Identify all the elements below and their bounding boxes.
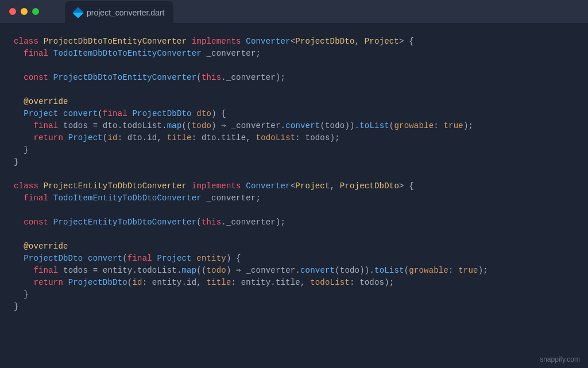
keyword-final: final [127,254,152,263]
property-access: .todoList. [118,121,167,130]
ident: dto [103,121,118,130]
arrow: ⇒ [221,121,226,130]
named-param: title [206,278,231,287]
annotation-override: @override [24,242,68,251]
keyword-this: this [202,218,221,227]
type-param: ProjectDbDto [340,181,399,191]
keyword-final: final [24,49,48,58]
keyword-final: final [24,193,48,203]
value: entity.id, [147,278,206,287]
keyword-return: return [33,278,63,287]
minimize-icon[interactable] [21,8,28,15]
keyword-class: class [14,37,38,46]
value: todos [300,133,330,142]
named-param: id [107,133,117,142]
titlebar: project_converter.dart [0,0,588,23]
code-editor[interactable]: class ProjectDbDtoToEntityConverter impl… [0,23,588,326]
field-type: TodoItemEntityToDbDtoConverter [53,193,202,203]
field-name: _converter [206,193,256,203]
dart-icon [72,7,84,18]
value: dto.id, [122,133,167,142]
keyword-implements: implements [192,37,241,46]
param-type: ProjectDbDto [132,109,191,118]
param-name: entity [196,254,226,263]
value: dto.title, [196,133,256,142]
method-call: toList [359,121,389,130]
type-param: Project [365,37,399,46]
keyword-class: class [14,181,38,191]
close-icon[interactable] [9,8,16,15]
method-name: convert [88,254,122,263]
constructor-name: ProjectDbDtoToEntityConverter [53,73,196,82]
type-param: Project [295,181,330,191]
ident: _converter. [246,266,300,275]
method-call: toList [374,266,404,275]
field-name: _converter [206,49,256,58]
named-param: growable [409,266,448,275]
ident: todo [340,266,359,275]
literal-true: true [443,121,463,130]
ident: todo [325,121,345,130]
named-param: growable [394,121,434,130]
named-param: todoList [256,133,296,142]
return-type: Project [24,109,58,118]
param-name: dto [196,109,211,118]
method-call: convert [285,121,320,130]
property-access: .todoList. [132,266,181,275]
keyword-this: this [202,73,221,82]
window-controls [9,8,39,15]
type-converter: Converter [246,181,290,191]
keyword-const: const [24,73,48,82]
method-call: map [181,266,196,275]
keyword-final: final [33,121,58,130]
literal-true: true [458,266,478,275]
watermark-label: snappify.com [540,355,580,363]
param-type: Project [157,254,191,263]
class-name: ProjectEntityToDbDtoConverter [44,181,187,191]
keyword-implements: implements [192,181,241,191]
return-type: ProjectDbDto [24,254,83,263]
constructor-call: ProjectDbDto [68,278,127,287]
arrow: ⇒ [236,266,241,275]
keyword-const: const [24,218,48,227]
named-param: id [132,278,142,287]
keyword-final: final [33,266,58,275]
maximize-icon[interactable] [32,8,39,15]
method-name: convert [63,109,98,118]
var-name: todos [63,121,88,130]
keyword-return: return [33,133,63,142]
lambda-param: todo [207,266,226,275]
file-tab[interactable]: project_converter.dart [65,1,173,24]
named-param: todoList [310,278,350,287]
ident: entity [103,266,133,275]
method-call: map [167,121,182,130]
value: entity.title, [236,278,310,287]
annotation-override: @override [24,97,68,106]
method-call: convert [300,266,335,275]
value: todos [355,278,385,287]
ident: _converter. [231,121,286,130]
var-name: todos [63,266,88,275]
field-ref: ._converter [221,218,276,227]
named-param: title [167,133,192,142]
field-ref: ._converter [221,73,276,82]
filename-label: project_converter.dart [87,8,164,17]
keyword-final: final [103,109,127,118]
type-param: ProjectDbDto [295,37,354,46]
type-converter: Converter [246,37,290,46]
field-type: TodoItemDbDtoToEntityConverter [53,49,202,58]
constructor-call: Project [68,133,103,142]
class-name: ProjectDbDtoToEntityConverter [44,37,187,46]
constructor-name: ProjectEntityToDbDtoConverter [53,218,196,227]
lambda-param: todo [192,121,211,130]
